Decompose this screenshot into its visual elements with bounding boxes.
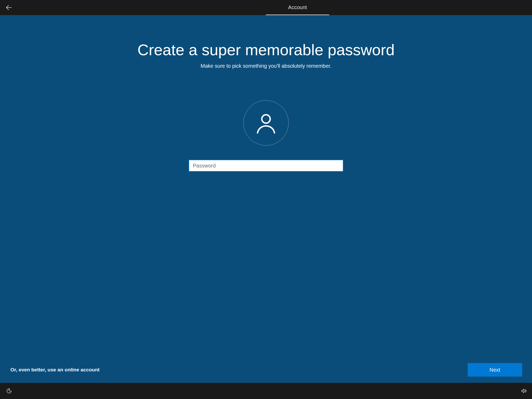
main-content: Create a super memorable password Make s… — [0, 15, 532, 383]
tab-bar: Account — [203, 0, 329, 15]
online-account-link[interactable]: Or, even better, use an online account — [10, 367, 100, 373]
back-button[interactable] — [5, 3, 13, 12]
next-button[interactable]: Next — [468, 363, 522, 377]
accessibility-icon — [6, 388, 12, 394]
bottom-left-icons — [6, 388, 13, 394]
volume-button[interactable] — [521, 388, 527, 394]
page-subtitle: Make sure to pick something you'll absol… — [201, 63, 331, 69]
page-title: Create a super memorable password — [137, 41, 394, 59]
accessibility-button[interactable] — [6, 388, 13, 394]
next-button-label: Next — [490, 367, 500, 373]
top-header: Account — [0, 0, 532, 15]
svg-point-1 — [262, 115, 270, 123]
bottom-row: Or, even better, use an online account N… — [10, 363, 522, 377]
tab-account[interactable]: Account — [266, 0, 329, 15]
password-input[interactable] — [189, 160, 343, 172]
user-icon — [254, 111, 278, 135]
avatar — [243, 100, 289, 146]
volume-icon — [521, 388, 527, 394]
tab-account-label: Account — [288, 4, 307, 10]
password-input-wrap — [189, 160, 343, 172]
arrow-left-icon — [5, 4, 12, 11]
svg-marker-2 — [522, 389, 524, 393]
avatar-container — [243, 100, 289, 146]
bottom-bar — [0, 383, 532, 399]
bottom-right-icons — [521, 388, 527, 394]
